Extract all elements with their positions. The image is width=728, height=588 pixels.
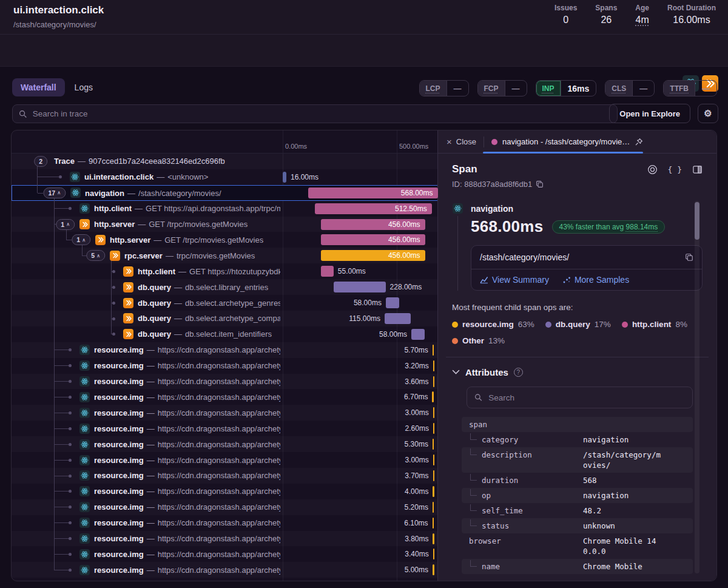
tab-waterfall[interactable]: Waterfall bbox=[12, 78, 65, 96]
span-row-resource-img[interactable]: resource.img—https://cdn.dragonstash.app… bbox=[12, 452, 439, 468]
span-row-resource-img[interactable]: resource.img—https://cdn.dragonstash.app… bbox=[12, 436, 439, 452]
expand-pill[interactable]: 17∧ bbox=[43, 188, 66, 198]
span-row-resource-img[interactable]: resource.img—https://cdn.dragonstash.app… bbox=[12, 499, 439, 515]
trpc-icon bbox=[123, 282, 133, 292]
panel-tab-navigation[interactable]: navigation - /stash/category/movie… bbox=[491, 137, 643, 146]
span-row-navigation[interactable]: 17∧navigation—/stash/category/movies/568… bbox=[12, 185, 439, 201]
span-row-resource-img[interactable]: resource.img—https://cdn.dragonstash.app… bbox=[12, 390, 439, 405]
help-icon[interactable]: ? bbox=[514, 368, 523, 377]
span-row-db-query[interactable]: db.query—db.select.archetype_genres58.00… bbox=[12, 295, 439, 311]
span-row-resource-img[interactable]: resource.img—https://cdn.dragonstash.app… bbox=[12, 342, 439, 358]
span-row-ui-interaction-click[interactable]: ui.interaction.click—<unknown>16.00ms bbox=[12, 169, 439, 185]
vital-ttfb[interactable]: TTFB— bbox=[663, 80, 717, 96]
duration-bar[interactable] bbox=[334, 282, 386, 292]
span-row-resource-img[interactable]: resource.img—https://cdn.dragonstash.app… bbox=[12, 468, 439, 484]
react-icon bbox=[79, 565, 90, 575]
span-row-db-query[interactable]: db.query—db.select.item_identifiers58.00… bbox=[12, 326, 439, 342]
attribute-key: self_time bbox=[468, 505, 583, 516]
react-icon bbox=[79, 392, 90, 402]
trace-search-input[interactable] bbox=[32, 109, 611, 119]
span-row-label: resource.img—https://cdn.dragonstash.app… bbox=[94, 374, 280, 390]
span-row-http-client[interactable]: http.client—GET https://htozutupzybdkb55… bbox=[12, 263, 439, 279]
settings-gear-button[interactable]: ⚙ bbox=[698, 104, 718, 123]
vital-fcp[interactable]: FCP— bbox=[477, 80, 527, 96]
span-description-box: /stash/category/movies/ View Summary bbox=[471, 245, 703, 291]
panel-scrollbar[interactable] bbox=[695, 201, 699, 573]
duration-bar[interactable] bbox=[433, 518, 434, 529]
more-samples-link[interactable]: More Samples bbox=[562, 275, 629, 285]
duration-bar[interactable] bbox=[433, 486, 434, 497]
span-row-http-client[interactable]: http.client—GET https://api.dragonstash.… bbox=[12, 201, 439, 217]
duration-bar[interactable] bbox=[432, 391, 434, 402]
span-row-resource-img[interactable]: resource.img—https://cdn.dragonstash.app… bbox=[12, 405, 439, 421]
op-color-dot bbox=[545, 322, 551, 328]
tab-logs[interactable]: Logs bbox=[75, 83, 93, 92]
span-row-resource-img[interactable]: resource.img—https://cdn.dragonstash.app… bbox=[12, 484, 439, 499]
span-row-label: db.query—db.select.archetype_compani bbox=[138, 311, 280, 326]
expand-pill[interactable]: 1∧ bbox=[72, 234, 90, 245]
span-row-http-server[interactable]: 1∧http.server—GET /trpc/movies.getMovies… bbox=[12, 217, 439, 232]
duration-bar[interactable] bbox=[433, 564, 434, 575]
duration-bar[interactable] bbox=[411, 329, 425, 340]
duration-bar[interactable] bbox=[433, 455, 435, 465]
copy-icon[interactable] bbox=[536, 180, 544, 188]
attribute-row-status: statusunknown bbox=[462, 518, 693, 533]
duration-bar[interactable] bbox=[283, 172, 286, 183]
duration-bar[interactable] bbox=[321, 266, 334, 277]
span-row-resource-img[interactable]: resource.img—https://cdn.dragonstash.app… bbox=[12, 515, 439, 531]
focus-icon[interactable] bbox=[647, 164, 658, 175]
react-icon bbox=[79, 518, 90, 528]
span-row-label: db.query—db.select.archetype_genres bbox=[138, 295, 280, 311]
duration-bar[interactable] bbox=[433, 376, 435, 387]
attributes-header[interactable]: Attributes ? bbox=[452, 367, 703, 377]
expand-pill[interactable]: 2 bbox=[34, 156, 47, 167]
vital-inp[interactable]: INP16ms bbox=[536, 80, 597, 96]
span-row-http-server[interactable]: 1∧http.server—GET /trpc/movies.getMovies… bbox=[12, 232, 439, 248]
tree-connector-dot bbox=[112, 302, 115, 305]
close-panel-button[interactable]: × Close bbox=[447, 137, 476, 147]
layout-panel-icon[interactable] bbox=[692, 164, 703, 175]
attribute-row-self_time: self_time48.2 bbox=[462, 503, 693, 518]
span-row-resource-img[interactable]: resource.img—https://cdn.dragonstash.app… bbox=[12, 562, 439, 578]
tree-connector-dot bbox=[69, 427, 72, 430]
duration-bar[interactable] bbox=[433, 502, 434, 513]
copy-url-button[interactable] bbox=[685, 253, 693, 262]
span-row-db-query[interactable]: db.query—db.select.archetype_compani115.… bbox=[12, 311, 439, 326]
duration-label: 3.00ms bbox=[405, 456, 428, 464]
scrollbar-thumb[interactable] bbox=[695, 202, 699, 240]
attributes-search-input[interactable] bbox=[487, 393, 685, 403]
span-row-rpc-server[interactable]: 5∧rpc.server—trpc/movies.getMovies456.00… bbox=[12, 248, 439, 263]
span-row-resource-img[interactable]: resource.img—https://cdn.dragonstash.app… bbox=[12, 547, 439, 563]
duration-bar[interactable] bbox=[433, 407, 435, 418]
expand-pill[interactable]: 5∧ bbox=[86, 250, 105, 261]
view-summary-link[interactable]: View Summary bbox=[480, 275, 549, 285]
vital-cls[interactable]: CLS— bbox=[605, 80, 655, 96]
span-row-resource-img[interactable]: resource.img—https://cdn.dragonstash.app… bbox=[12, 531, 439, 547]
duration-bar[interactable] bbox=[433, 470, 435, 481]
duration-bar[interactable] bbox=[433, 439, 434, 450]
span-row-resource-img[interactable]: resource.img—https://cdn.dragonstash.app… bbox=[12, 374, 439, 390]
expand-pill[interactable]: 1∧ bbox=[56, 219, 75, 230]
duration-bar[interactable] bbox=[386, 297, 399, 308]
pin-icon[interactable] bbox=[635, 138, 643, 146]
span-row-resource-img[interactable]: resource.img—https://cdn.dragonstash.app… bbox=[12, 421, 439, 436]
trace-search[interactable] bbox=[12, 104, 618, 123]
tree-connector-dot bbox=[69, 207, 72, 210]
span-row-db-query[interactable]: db.query—db.select.library_entries228.00… bbox=[12, 279, 439, 295]
avg-value[interactable]: 988.14ms bbox=[626, 223, 658, 231]
span-row-resource-img[interactable]: resource.img—https://cdn.dragonstash.app… bbox=[12, 358, 439, 374]
duration-bar[interactable] bbox=[385, 313, 411, 324]
duration-bar[interactable] bbox=[433, 345, 434, 356]
span-row-label: ui.interaction.click—<unknown> bbox=[84, 169, 280, 185]
json-icon[interactable]: { } bbox=[668, 165, 682, 174]
attributes-search[interactable] bbox=[467, 387, 693, 408]
duration-bar[interactable] bbox=[433, 423, 435, 434]
duration-bar[interactable] bbox=[433, 360, 435, 371]
op-percent: 13% bbox=[488, 336, 505, 345]
duration-bar[interactable] bbox=[433, 549, 435, 559]
trace-row[interactable]: 2Trace—907cced1b7a24ceea832146ed2c696fb bbox=[12, 154, 439, 169]
duration-bar[interactable] bbox=[433, 533, 434, 544]
tree-connector bbox=[54, 554, 69, 555]
vital-lcp[interactable]: LCP— bbox=[419, 80, 469, 96]
open-in-explore-button[interactable]: Open in Explore bbox=[609, 104, 690, 123]
